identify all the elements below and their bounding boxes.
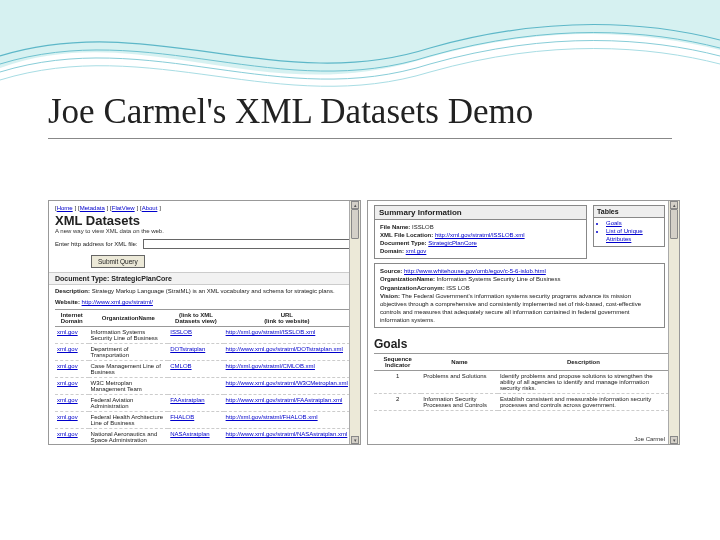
xml-datasets-subheading: A new way to view XML data on the web. bbox=[49, 228, 360, 237]
domain-link[interactable]: xml.gov bbox=[57, 380, 78, 386]
col-seq: Sequence Indicator bbox=[374, 354, 421, 371]
nav-home[interactable]: Home bbox=[57, 205, 73, 211]
detail-body: Source: http://www.whitehouse.gov/omb/eg… bbox=[375, 264, 664, 327]
submit-query-button[interactable]: Submit Query bbox=[91, 255, 145, 268]
query-input[interactable] bbox=[143, 239, 354, 249]
query-label: Enter http address for XML file: bbox=[55, 241, 137, 247]
col-name: Name bbox=[421, 354, 498, 371]
domain-label: Domain: bbox=[380, 248, 404, 254]
org-name-label: OrganizationName: bbox=[380, 276, 435, 282]
vision-label: Vision: bbox=[380, 293, 400, 299]
short-link[interactable]: ISSLOB bbox=[170, 329, 192, 335]
table-row: 2Information Security Processes and Cont… bbox=[374, 394, 669, 411]
slide-title: Joe Carmel's XML Datasets Demo bbox=[48, 92, 533, 132]
short-link[interactable]: NASAstratplan bbox=[170, 431, 209, 437]
col-domain: Internet Domain bbox=[55, 310, 89, 327]
summary-panel: ▴ ▾ Tables Goals List of Unique Attribut… bbox=[367, 200, 680, 445]
org-cell: W3C Metroplan Management Team bbox=[89, 378, 169, 395]
description-label: Description: bbox=[55, 288, 90, 294]
source-label: Source: bbox=[380, 268, 402, 274]
domain-link[interactable]: xml.gov bbox=[57, 397, 78, 403]
org-name: Information Systems Security Line of Bus… bbox=[437, 276, 561, 282]
col-link: (link to XML Datasets view) bbox=[168, 310, 223, 327]
org-acr: ISS LOB bbox=[446, 285, 469, 291]
domain-link[interactable]: xml.gov bbox=[406, 248, 427, 254]
url-link[interactable]: http://www.xml.gov/stratml/FAAstratplan.… bbox=[226, 397, 343, 403]
url-link[interactable]: http://xml.gov/stratml/CMLOB.xml bbox=[226, 363, 315, 369]
short-link[interactable]: CMLOB bbox=[170, 363, 191, 369]
table-row: 1Problems and SolutionsIdentify problems… bbox=[374, 371, 669, 394]
nav-bar: [Home] [Metadata] [FlatView] [About] bbox=[49, 201, 360, 213]
short-link[interactable]: FHALOB bbox=[170, 414, 194, 420]
table-row: xml.govInformation Systems Security Line… bbox=[55, 327, 350, 344]
tables-link-attrs[interactable]: List of Unique Attributes bbox=[606, 228, 643, 242]
table-row: xml.govCase Management Line of BusinessC… bbox=[55, 361, 350, 378]
tables-link-goals[interactable]: Goals bbox=[606, 220, 622, 226]
seq-cell: 2 bbox=[374, 394, 421, 411]
table-row: xml.govFederal Health Architecture Line … bbox=[55, 412, 350, 429]
org-cell: Information Systems Security Line of Bus… bbox=[89, 327, 169, 344]
url-link[interactable]: http://www.xml.gov/stratml/W3CMetroplan.… bbox=[226, 380, 348, 386]
domain-link[interactable]: xml.gov bbox=[57, 346, 78, 352]
table-row: xml.govNational Aeronautics and Space Ad… bbox=[55, 429, 350, 445]
col-desc: Description bbox=[498, 354, 669, 371]
source-link[interactable]: http://www.whitehouse.gov/omb/egov/c-5-6… bbox=[404, 268, 546, 274]
website-label: Website: bbox=[55, 299, 80, 305]
screenshot-panels: ▴ ▾ [Home] [Metadata] [FlatView] [About]… bbox=[48, 200, 680, 445]
datasets-table: Internet Domain OrganizationName (link t… bbox=[55, 309, 350, 445]
domain-link[interactable]: xml.gov bbox=[57, 414, 78, 420]
org-cell: Department of Transportation bbox=[89, 344, 169, 361]
short-link[interactable]: FAAstratplan bbox=[170, 397, 204, 403]
file-name-label: File Name: bbox=[380, 224, 410, 230]
xml-datasets-heading: XML Datasets bbox=[49, 213, 360, 228]
scroll-up-icon[interactable]: ▴ bbox=[670, 201, 678, 209]
tables-heading: Tables bbox=[594, 206, 664, 218]
col-org: OrganizationName bbox=[89, 310, 169, 327]
org-cell: Federal Aviation Administration bbox=[89, 395, 169, 412]
domain-link[interactable]: xml.gov bbox=[57, 329, 78, 335]
table-row: xml.govDepartment of TransportationDOTst… bbox=[55, 344, 350, 361]
domain-link[interactable]: xml.gov bbox=[57, 363, 78, 369]
org-cell: National Aeronautics and Space Administr… bbox=[89, 429, 169, 445]
url-link[interactable]: http://www.xml.gov/stratml/NASAstratplan… bbox=[226, 431, 348, 437]
website-link[interactable]: http://www.xml.gov/stratml/ bbox=[82, 299, 153, 305]
org-cell: Federal Health Architecture Line of Busi… bbox=[89, 412, 169, 429]
description-line: Description: Strategy Markup Language (S… bbox=[49, 285, 360, 296]
url-link[interactable]: http://xml.gov/stratml/ISSLOB.xml bbox=[226, 329, 316, 335]
goals-table: Sequence Indicator Name Description 1Pro… bbox=[374, 353, 669, 411]
nav-about[interactable]: About bbox=[142, 205, 158, 211]
vision-text: The Federal Government's information sys… bbox=[380, 293, 641, 323]
url-link[interactable]: http://xml.gov/stratml/FHALOB.xml bbox=[226, 414, 318, 420]
scroll-down-icon[interactable]: ▾ bbox=[351, 436, 359, 444]
doc-type-label: Document Type: bbox=[380, 240, 427, 246]
domain-link[interactable]: xml.gov bbox=[57, 431, 78, 437]
table-row: xml.govW3C Metroplan Management Teamhttp… bbox=[55, 378, 350, 395]
org-cell: Case Management Line of Business bbox=[89, 361, 169, 378]
summary-body: File Name: ISSLOB XML File Location: htt… bbox=[375, 220, 586, 258]
scrollbar-thumb[interactable] bbox=[351, 209, 359, 239]
name-cell: Problems and Solutions bbox=[421, 371, 498, 394]
desc-cell: Establish consistent and measurable info… bbox=[498, 394, 669, 411]
name-cell: Information Security Processes and Contr… bbox=[421, 394, 498, 411]
nav-metadata[interactable]: Metadata bbox=[80, 205, 105, 211]
doc-type-link[interactable]: StrategicPlanCore bbox=[428, 240, 477, 246]
summary-heading: Summary Information bbox=[375, 206, 586, 220]
file-name: ISSLOB bbox=[412, 224, 434, 230]
url-link[interactable]: http://www.xml.gov/stratml/DOTstratplan.… bbox=[226, 346, 343, 352]
desc-cell: Identify problems and propose solutions … bbox=[498, 371, 669, 394]
title-underline bbox=[48, 138, 672, 139]
file-loc-link[interactable]: http://xml.gov/stratml/ISSLOB.xml bbox=[435, 232, 525, 238]
scrollbar-thumb[interactable] bbox=[670, 209, 678, 239]
table-row: xml.govFederal Aviation AdministrationFA… bbox=[55, 395, 350, 412]
doc-type-header: Document Type: StrategicPlanCore bbox=[49, 272, 360, 285]
org-acr-label: OrganizationAcronym: bbox=[380, 285, 445, 291]
credit-text: Joe Carmel bbox=[634, 436, 665, 442]
scroll-down-icon[interactable]: ▾ bbox=[670, 436, 678, 444]
website-line: Website: http://www.xml.gov/stratml/ bbox=[49, 296, 360, 307]
scroll-up-icon[interactable]: ▴ bbox=[351, 201, 359, 209]
short-link[interactable]: DOTstratplan bbox=[170, 346, 205, 352]
description-text: Strategy Markup Language (StratML) is an… bbox=[92, 288, 335, 294]
file-loc-label: XML File Location: bbox=[380, 232, 433, 238]
nav-flatview[interactable]: FlatView bbox=[112, 205, 135, 211]
seq-cell: 1 bbox=[374, 371, 421, 394]
